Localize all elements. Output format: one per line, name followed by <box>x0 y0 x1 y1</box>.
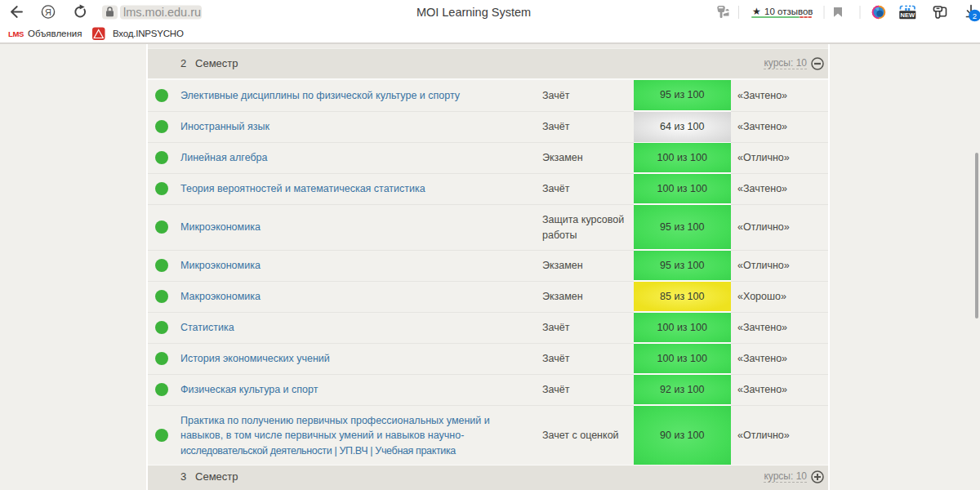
svg-text:Объявления: Объявления <box>28 29 82 38</box>
svg-text:10 отзывов: 10 отзывов <box>764 7 813 16</box>
svg-text:lms.moi.edu.ru: lms.moi.edu.ru <box>123 6 201 19</box>
svg-text:NEW: NEW <box>901 11 915 19</box>
svg-text:2: 2 <box>973 11 977 20</box>
svg-text:Я: Я <box>45 7 51 17</box>
svg-text:★: ★ <box>752 6 761 17</box>
svg-text:LMS: LMS <box>8 29 24 38</box>
svg-text:Вход.INPSYCHO: Вход.INPSYCHO <box>113 29 184 38</box>
svg-text:MOI Learning System: MOI Learning System <box>416 6 531 19</box>
